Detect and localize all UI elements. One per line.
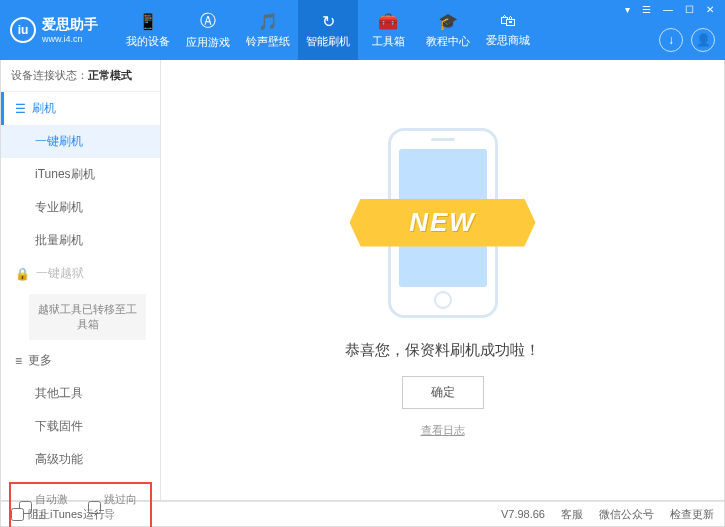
nav-store[interactable]: 🛍爱思商城 <box>478 0 538 60</box>
more-icon: ≡ <box>15 354 22 368</box>
main-content: NEW 恭喜您，保资料刷机成功啦！ 确定 查看日志 <box>161 60 724 500</box>
version-label: V7.98.66 <box>501 508 545 520</box>
sidebar-batch-flash[interactable]: 批量刷机 <box>1 224 160 257</box>
logo: iu 爱思助手 www.i4.cn <box>10 16 98 44</box>
sidebar-pro-flash[interactable]: 专业刷机 <box>1 191 160 224</box>
sidebar-other-tools[interactable]: 其他工具 <box>1 377 160 410</box>
section-more[interactable]: ≡ 更多 <box>1 344 160 377</box>
lock-icon: 🔒 <box>15 267 30 281</box>
maximize-button[interactable]: ☐ <box>682 4 697 15</box>
wechat-link[interactable]: 微信公众号 <box>599 507 654 522</box>
nav-toolbox[interactable]: 🧰工具箱 <box>358 0 418 60</box>
app-header: iu 爱思助手 www.i4.cn 📱我的设备 Ⓐ应用游戏 🎵铃声壁纸 ↻智能刷… <box>0 0 725 60</box>
sidebar-one-key-flash[interactable]: 一键刷机 <box>1 125 160 158</box>
check-update-link[interactable]: 检查更新 <box>670 507 714 522</box>
app-title: 爱思助手 <box>42 16 98 34</box>
list-icon: ☰ <box>15 102 26 116</box>
view-log-link[interactable]: 查看日志 <box>421 423 465 438</box>
phone-illustration: NEW <box>378 123 508 323</box>
minimize-button[interactable]: — <box>660 4 676 15</box>
window-controls: ▾ ☰ — ☐ ✕ <box>622 4 717 15</box>
jailbreak-moved-notice: 越狱工具已转移至工具箱 <box>29 294 146 340</box>
connection-status: 设备连接状态：正常模式 <box>1 60 160 92</box>
support-link[interactable]: 客服 <box>561 507 583 522</box>
section-jailbreak: 🔒 一键越狱 <box>1 257 160 290</box>
section-flash[interactable]: ☰ 刷机 <box>1 92 160 125</box>
ok-button[interactable]: 确定 <box>402 376 484 409</box>
toolbox-icon: 🧰 <box>378 12 398 31</box>
block-itunes-checkbox[interactable]: 阻止iTunes运行 <box>11 507 105 522</box>
device-icon: 📱 <box>138 12 158 31</box>
sidebar-advanced[interactable]: 高级功能 <box>1 443 160 476</box>
close-button[interactable]: ✕ <box>703 4 717 15</box>
download-button[interactable]: ↓ <box>659 28 683 52</box>
ringtone-icon: 🎵 <box>258 12 278 31</box>
account-button[interactable]: 👤 <box>691 28 715 52</box>
apps-icon: Ⓐ <box>200 11 216 32</box>
nav-apps[interactable]: Ⓐ应用游戏 <box>178 0 238 60</box>
store-icon: 🛍 <box>500 12 516 30</box>
sidebar-download-firmware[interactable]: 下载固件 <box>1 410 160 443</box>
sidebar: 设备连接状态：正常模式 ☰ 刷机 一键刷机 iTunes刷机 专业刷机 批量刷机… <box>1 60 161 500</box>
nav-flash[interactable]: ↻智能刷机 <box>298 0 358 60</box>
logo-icon: iu <box>10 17 36 43</box>
success-message: 恭喜您，保资料刷机成功啦！ <box>345 341 540 360</box>
dropdown-icon[interactable]: ▾ <box>622 4 633 15</box>
flash-icon: ↻ <box>322 12 335 31</box>
nav-my-device[interactable]: 📱我的设备 <box>118 0 178 60</box>
nav-tutorials[interactable]: 🎓教程中心 <box>418 0 478 60</box>
new-banner: NEW <box>350 199 536 247</box>
sidebar-itunes-flash[interactable]: iTunes刷机 <box>1 158 160 191</box>
top-nav: 📱我的设备 Ⓐ应用游戏 🎵铃声壁纸 ↻智能刷机 🧰工具箱 🎓教程中心 🛍爱思商城 <box>118 0 538 60</box>
menu-icon[interactable]: ☰ <box>639 4 654 15</box>
nav-ringtones[interactable]: 🎵铃声壁纸 <box>238 0 298 60</box>
app-url: www.i4.cn <box>42 34 98 44</box>
tutorial-icon: 🎓 <box>438 12 458 31</box>
